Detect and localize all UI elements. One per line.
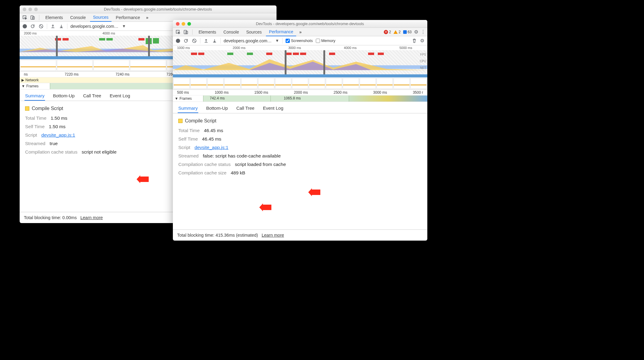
window-title: DevTools - developers.google.com/web/too… xyxy=(196,21,424,26)
tab-eventlog[interactable]: Event Log xyxy=(109,91,131,101)
upload-icon[interactable] xyxy=(203,38,209,44)
range-handle-right[interactable] xyxy=(323,50,325,77)
close-dot[interactable] xyxy=(23,8,26,11)
event-title: Compile Script xyxy=(32,106,63,111)
learn-more-link[interactable]: Learn more xyxy=(80,215,103,220)
tab-bottomup[interactable]: Bottom-Up xyxy=(205,104,228,113)
more-tabs[interactable]: » xyxy=(144,15,150,20)
tab-elements[interactable]: Elements xyxy=(196,28,219,36)
profile-selector[interactable]: developers.google.com… xyxy=(70,24,118,29)
tab-console[interactable]: Console xyxy=(67,14,89,21)
flame-ticks: 500 ms 1000 ms 1500 ms 2000 ms 2500 ms 3… xyxy=(173,90,427,96)
category-swatch xyxy=(178,119,183,123)
clear-icon[interactable] xyxy=(38,24,44,29)
self-time: 46.45 ms xyxy=(202,136,222,142)
reload-icon[interactable] xyxy=(30,24,35,29)
cpu-chart xyxy=(173,58,427,70)
record-icon[interactable] xyxy=(176,39,180,43)
reload-icon[interactable] xyxy=(183,38,189,44)
panel-tabs: Elements Console Sources Performance » ✕… xyxy=(173,28,427,36)
overview-pane[interactable]: 1000 ms 2000 ms 3000 ms 4000 ms 5000 ms xyxy=(173,45,427,90)
record-icon[interactable] xyxy=(23,24,27,28)
more-tabs[interactable]: » xyxy=(297,30,303,34)
range-handle-left[interactable] xyxy=(285,50,286,77)
learn-more-link[interactable]: Learn more xyxy=(262,233,284,238)
message-badge[interactable]: 63 xyxy=(403,30,412,34)
frame-duration-1: 742.4 ms xyxy=(210,96,225,100)
footer: Total blocking time: 415.36ms (estimated… xyxy=(173,229,427,241)
overview-ticks: 1000 ms 2000 ms 3000 ms 4000 ms 5000 ms xyxy=(173,45,427,50)
tab-sources[interactable]: Sources xyxy=(90,13,112,22)
tab-elements[interactable]: Elements xyxy=(42,14,66,21)
screenshot-thumbs[interactable] xyxy=(173,77,427,89)
chevron-down-icon[interactable]: ▼ xyxy=(122,24,126,28)
gear-icon[interactable]: ⚙ xyxy=(414,29,418,35)
titlebar[interactable]: DevTools - developers.google.com/web/too… xyxy=(173,20,427,28)
frame-duration-2: 1065.8 ms xyxy=(284,96,301,100)
range-handle-left[interactable] xyxy=(56,36,58,59)
streamed-value: false: script has code-cache available xyxy=(203,153,281,159)
tab-calltree[interactable]: Call Tree xyxy=(236,104,255,113)
tab-performance[interactable]: Performance xyxy=(266,28,296,36)
streamed-value: true xyxy=(50,141,58,146)
blocking-time: Total blocking time: 415.36ms (estimated… xyxy=(177,233,258,238)
minimize-dot[interactable] xyxy=(28,8,32,11)
tab-summary[interactable]: Summary xyxy=(24,91,45,101)
kebab-icon[interactable]: ⋮ xyxy=(421,29,426,35)
profile-selector[interactable]: developers.google.com… xyxy=(224,38,272,43)
minimize-dot[interactable] xyxy=(182,22,185,26)
svg-rect-1 xyxy=(31,16,33,19)
clear-icon[interactable] xyxy=(192,38,197,44)
summary-panel: Compile Script Total Time46.45 ms Self T… xyxy=(173,113,427,229)
svg-rect-6 xyxy=(186,31,188,34)
total-time: 1.50 ms xyxy=(51,115,67,121)
download-icon[interactable] xyxy=(212,38,217,44)
zoom-dot[interactable] xyxy=(34,8,38,11)
script-link[interactable]: devsite_app.js:1 xyxy=(41,132,75,138)
window-title: DevTools - developers.google.com/web/too… xyxy=(42,7,273,11)
script-link[interactable]: devsite_app.js:1 xyxy=(195,145,228,150)
gear-icon[interactable]: ⚙ xyxy=(420,38,424,44)
memory-toggle[interactable]: Memory xyxy=(316,38,335,43)
error-badge[interactable]: ✕2 xyxy=(384,30,391,34)
titlebar[interactable]: DevTools - developers.google.com/web/too… xyxy=(20,5,277,13)
perf-toolbar: developers.google.com… ▼ Screenshots Mem… xyxy=(173,36,427,45)
svg-rect-2 xyxy=(33,17,34,19)
zoom-dot[interactable] xyxy=(187,22,191,26)
chevron-down-icon[interactable]: ▼ xyxy=(275,38,279,43)
tab-summary[interactable]: Summary xyxy=(178,104,198,113)
detail-tabs: Summary Bottom-Up Call Tree Event Log xyxy=(173,102,427,113)
upload-icon[interactable] xyxy=(50,24,56,29)
frames-row[interactable]: ▼ Frames 742.4 ms 1065.8 ms xyxy=(173,96,427,102)
traffic-lights[interactable] xyxy=(23,8,38,11)
devtools-window-2: DevTools - developers.google.com/web/too… xyxy=(173,20,427,241)
tab-eventlog[interactable]: Event Log xyxy=(262,104,284,113)
inspect-icon[interactable] xyxy=(21,14,28,21)
total-time: 46.45 ms xyxy=(204,128,223,133)
tab-performance[interactable]: Performance xyxy=(113,14,143,21)
cache-size: 489 kB xyxy=(231,170,245,176)
category-swatch xyxy=(25,106,29,111)
range-handle-right[interactable] xyxy=(148,36,150,59)
screenshots-toggle[interactable]: Screenshots xyxy=(286,38,313,43)
blocking-time: Total blocking time: 0.00ms xyxy=(24,215,77,220)
download-icon[interactable] xyxy=(59,24,64,29)
tab-bottomup[interactable]: Bottom-Up xyxy=(52,91,75,101)
cache-status: script not eligible xyxy=(82,149,116,155)
tab-sources[interactable]: Sources xyxy=(243,28,265,36)
cache-status: script loaded from cache xyxy=(235,162,286,167)
tab-console[interactable]: Console xyxy=(220,28,242,36)
close-dot[interactable] xyxy=(176,22,180,26)
device-icon[interactable] xyxy=(29,14,36,21)
trash-icon[interactable] xyxy=(412,38,417,44)
warning-badge[interactable]: 2 xyxy=(393,30,401,34)
tab-calltree[interactable]: Call Tree xyxy=(83,91,102,101)
inspect-icon[interactable] xyxy=(175,29,181,35)
self-time: 1.50 ms xyxy=(49,124,66,129)
traffic-lights[interactable] xyxy=(176,22,191,26)
fps-bars xyxy=(179,53,421,57)
overview-labels: FPSCPUNET xyxy=(420,51,426,71)
event-title: Compile Script xyxy=(185,118,216,124)
device-icon[interactable] xyxy=(183,29,189,35)
